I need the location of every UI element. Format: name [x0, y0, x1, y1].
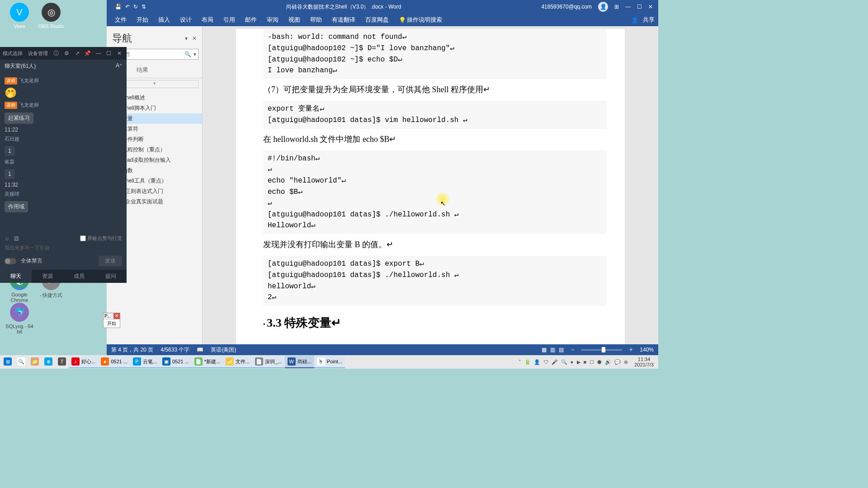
heading-dollar-n[interactable]: 3.3.1 $n↵ [263, 341, 607, 344]
ribbon-tab-references[interactable]: 引用 [219, 14, 240, 26]
taskbar-item[interactable]: 🔍 [14, 356, 28, 368]
info-icon[interactable]: ⓘ [52, 49, 60, 58]
ribbon-tab-layout[interactable]: 布局 [197, 14, 218, 26]
emoji-picker-icon[interactable]: ☺ [5, 236, 9, 241]
taskbar-item[interactable]: ♪好心... [69, 356, 98, 368]
taskbar-item[interactable]: ⊕ [42, 356, 55, 368]
ribbon-tab-view[interactable]: 视图 [284, 14, 305, 26]
status-words[interactable]: 4/5633 个字 [160, 346, 189, 354]
tray-icon[interactable]: 🔊 [605, 359, 611, 365]
taskbar-item[interactable]: ▣0521 ... [160, 356, 192, 368]
tray-icon[interactable]: ■ [584, 359, 587, 365]
doc-paragraph[interactable]: （7）可把变量提升为全局环境变量，可供其他 Shell 程序使用↵ [263, 84, 607, 96]
tray-icon[interactable]: ⬢ [597, 359, 602, 365]
chat-tab-questions[interactable]: 提问 [95, 270, 127, 283]
device-mgmt-label[interactable]: 设备管理 [28, 50, 48, 57]
account-avatar-icon[interactable]: 👤 [598, 2, 608, 12]
ribbon-tab-review[interactable]: 审阅 [262, 14, 283, 26]
taskbar-item[interactable]: W尚硅... [285, 356, 314, 368]
code-block[interactable]: export 变量名↵ [atguigu@hadoop101 datas]$ v… [263, 101, 607, 129]
float-start-button[interactable]: 开始 [104, 319, 120, 328]
doc-paragraph[interactable]: 在 helloworld.sh 文件中增加 echo $B↵ [263, 133, 607, 146]
heading-special-vars[interactable]: 3.3 特殊变量↵ [263, 314, 607, 332]
chat-tab-members[interactable]: 成员 [63, 270, 95, 283]
minimize-icon[interactable]: — [94, 49, 103, 58]
tray-icon[interactable]: ⊕ [624, 359, 628, 365]
tray-icon[interactable]: 🔍 [561, 359, 567, 365]
mode-select-label[interactable]: 模式选择 [3, 50, 23, 57]
taskbar-item[interactable]: 📄*新建... [192, 356, 223, 368]
display-options-icon[interactable]: ⊞ [614, 4, 619, 10]
tray-icon[interactable]: ˄ [519, 359, 521, 365]
ribbon-tab-insert[interactable]: 插入 [154, 14, 175, 26]
font-size-toggle[interactable]: A⁺ [116, 62, 122, 70]
status-language[interactable]: 英语(美国) [211, 346, 236, 354]
tray-icon[interactable]: 🛡 [543, 359, 548, 365]
block-likes-checkbox[interactable]: 屏蔽点赞与打赏 [80, 235, 122, 242]
status-page[interactable]: 第 4 页，共 20 页 [111, 346, 153, 354]
view-web-icon[interactable]: ▤ [559, 347, 564, 353]
tray-icon[interactable]: ● [571, 359, 574, 365]
share-person-icon[interactable]: 👤 [631, 17, 638, 23]
nav-close-icon[interactable]: ✕ [192, 35, 197, 42]
code-block[interactable]: -bash: world: command not found↵ [atguig… [263, 29, 607, 79]
taskbar-item[interactable]: 📄深圳_... [252, 356, 284, 368]
ribbon-tab-mailings[interactable]: 邮件 [241, 14, 261, 26]
ribbon-tab-home[interactable]: 开始 [132, 14, 153, 26]
search-icon[interactable]: 🔍 [184, 49, 191, 59]
tray-icon[interactable]: 🔋 [524, 359, 531, 365]
taskbar-item[interactable]: P云笔... [130, 356, 160, 368]
close-icon[interactable]: ✕ [648, 4, 653, 10]
gear-icon[interactable]: ⚙ [62, 49, 71, 58]
popout-icon[interactable]: ↗ [73, 49, 81, 58]
taskbar-item[interactable]: 🖱Point... [314, 356, 345, 368]
view-read-icon[interactable]: ▦ [542, 347, 547, 353]
chat-input[interactable]: 我也来参与一下互动 [5, 244, 122, 251]
mute-all-toggle[interactable] [5, 258, 16, 264]
share-button[interactable]: 共享 [643, 16, 655, 24]
send-button[interactable]: 发送 [99, 256, 122, 266]
image-upload-icon[interactable]: 🖼 [14, 236, 19, 241]
taskbar-item[interactable]: 📁 [28, 356, 42, 368]
chat-tab-resources[interactable]: 资源 [32, 270, 63, 283]
tray-icon[interactable]: 💬 [614, 359, 621, 365]
zoom-in-icon[interactable]: + [629, 347, 632, 353]
nav-tab-results[interactable]: 结果 [136, 63, 149, 78]
zoom-out-icon[interactable]: − [571, 347, 574, 353]
pin-icon[interactable]: 📌 [83, 49, 92, 58]
code-block[interactable]: #!/bin/bash↵ ↵ echo "helloworld"↵ echo $… [263, 150, 607, 235]
qat-more-icon[interactable]: ⇅ [142, 4, 146, 10]
close-icon[interactable]: ✕ [115, 49, 124, 58]
doc-paragraph[interactable]: 发现并没有打印输出变量 B 的值。↵ [263, 239, 607, 251]
undo-icon[interactable]: ↶ [125, 4, 130, 10]
tray-icon[interactable]: 👤 [534, 359, 540, 365]
redo-icon[interactable]: ↻ [133, 4, 138, 10]
desktop-icon-veee[interactable]: V [10, 3, 29, 22]
ribbon-tab-help[interactable]: 帮助 [306, 14, 326, 26]
tray-icon[interactable]: 🎤 [552, 359, 558, 365]
status-proofing-icon[interactable]: 📖 [197, 347, 203, 353]
save-icon[interactable]: 💾 [115, 4, 122, 10]
view-print-icon[interactable]: ▥ [550, 347, 555, 353]
taskbar-item[interactable]: 📁文件... [223, 356, 252, 368]
desktop-icon-obs[interactable]: ◎ [42, 3, 61, 22]
float-close-icon[interactable]: ✕ [113, 313, 120, 319]
maximize-icon[interactable]: ☐ [104, 49, 113, 58]
account-email[interactable]: 418593670@qq.com [541, 4, 592, 10]
taskbar-item[interactable]: T [55, 356, 69, 368]
tray-icon[interactable]: ▶ [577, 359, 580, 365]
taskbar-item[interactable]: ●0521 ... [98, 356, 130, 368]
zoom-slider[interactable] [581, 349, 622, 351]
code-block[interactable]: [atguigu@hadoop101 datas]$ export B↵ [at… [263, 256, 607, 306]
search-dropdown-icon[interactable]: ▾ [191, 49, 198, 59]
taskbar-item[interactable]: ⊞ [1, 356, 14, 368]
chat-tab-chat[interactable]: 聊天 [0, 270, 32, 283]
nav-dropdown-icon[interactable]: ▾ [185, 35, 188, 42]
ribbon-tab-file[interactable]: 文件 [110, 14, 131, 26]
ribbon-tab-youdao[interactable]: 有道翻译 [327, 14, 360, 26]
minimize-icon[interactable]: — [625, 4, 631, 10]
chat-messages[interactable]: 讲师飞龙老师 🤭 讲师飞龙老师 赶紧练习 11:22 石日超 1 蒋霖 1 11… [0, 73, 127, 231]
tray-icon[interactable]: ☐ [590, 359, 594, 365]
document-area[interactable]: -bash: world: command not found↵ [atguig… [203, 26, 658, 344]
ribbon-tab-design[interactable]: 设计 [175, 14, 196, 26]
